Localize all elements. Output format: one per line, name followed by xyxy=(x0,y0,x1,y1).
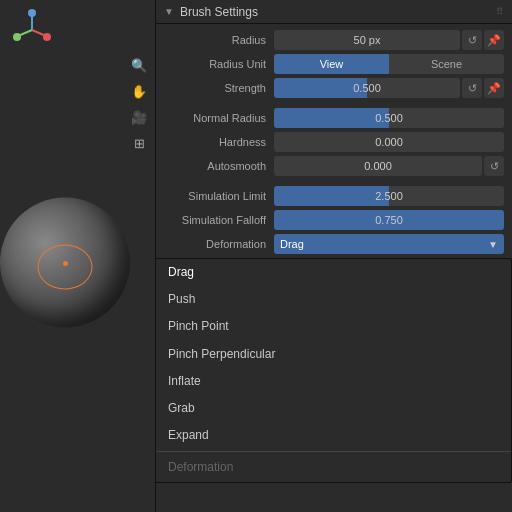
dropdown-separator xyxy=(156,451,511,452)
simulation-falloff-control: 0.750 xyxy=(274,210,504,230)
deformation-dropdown[interactable]: Drag ▼ xyxy=(274,234,504,254)
simulation-limit-label: Simulation Limit xyxy=(164,190,274,202)
dropdown-item-push[interactable]: Push xyxy=(156,286,511,313)
brush-circle xyxy=(37,245,92,290)
radius-unit-view-btn[interactable]: View xyxy=(274,54,389,74)
simulation-falloff-label: Simulation Falloff xyxy=(164,214,274,226)
dropdown-item-grab[interactable]: Grab xyxy=(156,395,511,422)
dropdown-item-inflate[interactable]: Inflate xyxy=(156,368,511,395)
radius-unit-row: Radius Unit View Scene xyxy=(156,52,512,76)
svg-point-5 xyxy=(13,33,21,41)
simulation-limit-field[interactable]: 2.500 xyxy=(274,186,504,206)
radius-field[interactable]: 50 px xyxy=(274,30,460,50)
dropdown-arrow-icon: ▼ xyxy=(488,239,498,250)
dropdown-item-drag[interactable]: Drag xyxy=(156,259,511,286)
deformation-control: Drag ▼ xyxy=(274,234,504,254)
radius-unit-control: View Scene xyxy=(274,54,504,74)
radius-pin-icon[interactable]: 📌 xyxy=(484,30,504,50)
dropdown-item-deformation: Deformation xyxy=(156,454,511,481)
radius-unit-toggle: View Scene xyxy=(274,54,504,74)
sphere-mesh xyxy=(0,198,130,328)
axis-gizmo xyxy=(10,8,55,53)
camera-icon[interactable]: 🎥 xyxy=(129,107,149,127)
radius-unit-scene-btn[interactable]: Scene xyxy=(389,54,504,74)
strength-row: Strength 0.500 ↺ 📌 xyxy=(156,76,512,100)
strength-reset-icon[interactable]: ↺ xyxy=(462,78,482,98)
autosmooth-reset-icon[interactable]: ↺ xyxy=(484,156,504,176)
normal-radius-field[interactable]: 0.500 xyxy=(274,108,504,128)
hardness-field[interactable]: 0.000 xyxy=(274,132,504,152)
panel-collapse-icon[interactable]: ▼ xyxy=(164,6,174,17)
autosmooth-control: 0.000 ↺ xyxy=(274,156,504,176)
left-toolbar: 🔍 ✋ 🎥 ⊞ xyxy=(129,55,149,153)
dropdown-item-pinch-perpendicular[interactable]: Pinch Perpendicular xyxy=(156,341,511,368)
deformation-dropdown-menu: Drag Push Pinch Point Pinch Perpendicula… xyxy=(155,258,512,483)
hardness-label: Hardness xyxy=(164,136,274,148)
autosmooth-row: Autosmooth 0.000 ↺ xyxy=(156,154,512,178)
search-icon[interactable]: 🔍 xyxy=(129,55,149,75)
hardness-control: 0.000 xyxy=(274,132,504,152)
autosmooth-label: Autosmooth xyxy=(164,160,274,172)
panel-title: Brush Settings xyxy=(180,5,258,19)
autosmooth-field[interactable]: 0.000 xyxy=(274,156,482,176)
normal-radius-control: 0.500 xyxy=(274,108,504,128)
strength-label: Strength xyxy=(164,82,274,94)
radius-row: Radius 50 px ↺ 📌 xyxy=(156,28,512,52)
radius-label: Radius xyxy=(164,34,274,46)
svg-point-1 xyxy=(28,9,36,17)
radius-reset-icon[interactable]: ↺ xyxy=(462,30,482,50)
hand-icon[interactable]: ✋ xyxy=(129,81,149,101)
radius-unit-label: Radius Unit xyxy=(164,58,274,70)
normal-radius-label: Normal Radius xyxy=(164,112,274,124)
strength-field[interactable]: 0.500 xyxy=(274,78,460,98)
simulation-limit-row: Simulation Limit 2.500 xyxy=(156,184,512,208)
brush-center-dot xyxy=(63,261,68,266)
panel-header: ▼ Brush Settings ⠿ xyxy=(156,0,512,24)
radius-control: 50 px ↺ 📌 xyxy=(274,30,504,50)
simulation-falloff-row: Simulation Falloff 0.750 xyxy=(156,208,512,232)
svg-point-3 xyxy=(43,33,51,41)
grid-icon[interactable]: ⊞ xyxy=(129,133,149,153)
dropdown-item-pinch-point[interactable]: Pinch Point xyxy=(156,313,511,340)
strength-pin-icon[interactable]: 📌 xyxy=(484,78,504,98)
viewport[interactable]: 🔍 ✋ 🎥 ⊞ xyxy=(0,0,155,512)
simulation-falloff-field[interactable]: 0.750 xyxy=(274,210,504,230)
panel-grip-icon[interactable]: ⠿ xyxy=(496,6,504,17)
deformation-value: Drag xyxy=(280,238,304,250)
deformation-row: Deformation Drag ▼ xyxy=(156,232,512,256)
deformation-label: Deformation xyxy=(164,238,274,250)
simulation-limit-control: 2.500 xyxy=(274,186,504,206)
normal-radius-row: Normal Radius 0.500 xyxy=(156,106,512,130)
dropdown-item-expand[interactable]: Expand xyxy=(156,422,511,449)
hardness-row: Hardness 0.000 xyxy=(156,130,512,154)
strength-control: 0.500 ↺ 📌 xyxy=(274,78,504,98)
